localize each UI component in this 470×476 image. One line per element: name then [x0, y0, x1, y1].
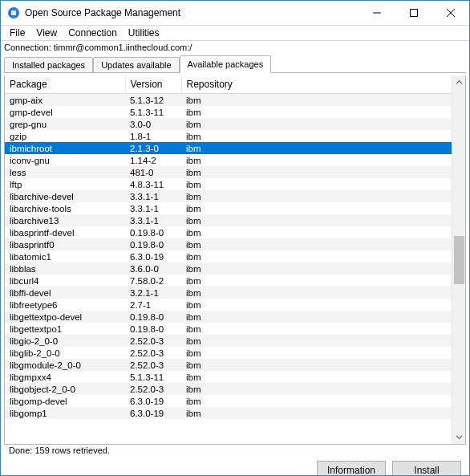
- cell-package: libgmpxx4: [5, 371, 125, 383]
- table-row[interactable]: libgmodule-2_0-02.52.0-3ibm: [5, 359, 452, 371]
- table-row[interactable]: gzip1.8-1ibm: [5, 130, 452, 142]
- cell-repository: ibm: [181, 154, 452, 166]
- cell-package: libatomic1: [5, 250, 125, 262]
- cell-repository: ibm: [181, 202, 452, 214]
- table-row[interactable]: iconv-gnu1.14-2ibm: [5, 154, 452, 166]
- cell-package: lftp: [5, 178, 125, 190]
- table-row[interactable]: libasprintf00.19.8-0ibm: [5, 238, 452, 250]
- tab-installed-packages[interactable]: Installed packages: [4, 57, 93, 73]
- column-package[interactable]: Package: [5, 75, 125, 94]
- table-row[interactable]: lftp4.8.3-11ibm: [5, 178, 452, 190]
- cell-repository: ibm: [181, 347, 452, 359]
- scroll-thumb[interactable]: [454, 236, 464, 284]
- cell-version: 3.6.0-0: [125, 262, 181, 275]
- cell-version: 6.3.0-19: [125, 250, 181, 262]
- cell-version: 3.2.1-1: [125, 287, 181, 299]
- cell-package: libarchive-tools: [5, 202, 125, 214]
- information-button[interactable]: Information: [317, 461, 386, 476]
- package-table-container: Package Version Repository gmp-aix5.1.3-…: [4, 75, 466, 445]
- cell-version: 3.0-0: [125, 118, 181, 130]
- svg-rect-1: [11, 10, 16, 15]
- cell-package: gmp-aix: [5, 94, 125, 107]
- cell-package: libffi-devel: [5, 287, 125, 299]
- tab-available-packages[interactable]: Available packages: [180, 55, 272, 73]
- table-row[interactable]: libasprintf-devel0.19.8-0ibm: [5, 226, 452, 238]
- menu-bar: File View Connection Utilities: [1, 25, 469, 41]
- cell-version: 0.19.8-0: [125, 323, 181, 335]
- table-row[interactable]: libblas3.6.0-0ibm: [5, 262, 452, 275]
- cell-package: libasprintf-devel: [5, 226, 125, 238]
- column-version[interactable]: Version: [125, 75, 181, 94]
- table-row[interactable]: libgomp-devel6.3.0-19ibm: [5, 395, 452, 407]
- scroll-down-icon[interactable]: [452, 430, 466, 444]
- cell-version: 2.52.0-3: [125, 359, 181, 371]
- table-row[interactable]: libffi-devel3.2.1-1ibm: [5, 287, 452, 299]
- table-row[interactable]: libcurl47.58.0-2ibm: [5, 275, 452, 287]
- cell-package: grep-gnu: [5, 118, 125, 130]
- table-row[interactable]: libarchive-tools3.3.1-1ibm: [5, 202, 452, 214]
- menu-connection[interactable]: Connection: [63, 26, 123, 39]
- cell-repository: ibm: [181, 238, 452, 250]
- table-row[interactable]: libatomic16.3.0-19ibm: [5, 250, 452, 262]
- cell-package: ibmichroot: [5, 142, 125, 154]
- install-button[interactable]: Install: [392, 461, 461, 476]
- table-row[interactable]: libgettextpo-devel0.19.8-0ibm: [5, 311, 452, 323]
- cell-version: 3.3.1-1: [125, 202, 181, 214]
- connection-label: Connection: timmr@common1.iinthecloud.co…: [1, 41, 469, 54]
- table-row[interactable]: grep-gnu3.0-0ibm: [5, 118, 452, 130]
- menu-file[interactable]: File: [4, 26, 30, 39]
- cell-package: libgettextpo1: [5, 323, 125, 335]
- table-row[interactable]: libfreetype62.7-1ibm: [5, 299, 452, 311]
- table-row[interactable]: gmp-devel5.1.3-11ibm: [5, 106, 452, 118]
- table-row[interactable]: libglib-2_0-02.52.0-3ibm: [5, 347, 452, 359]
- package-table[interactable]: Package Version Repository gmp-aix5.1.3-…: [5, 75, 452, 419]
- table-row[interactable]: libarchive133.3.1-1ibm: [5, 214, 452, 226]
- cell-repository: ibm: [181, 214, 452, 226]
- column-repository[interactable]: Repository: [181, 75, 452, 94]
- cell-package: libgomp-devel: [5, 395, 125, 407]
- table-row[interactable]: less481-0ibm: [5, 166, 452, 178]
- cell-repository: ibm: [181, 275, 452, 287]
- cell-version: 2.52.0-3: [125, 383, 181, 395]
- cell-repository: ibm: [181, 118, 452, 130]
- scroll-up-icon[interactable]: [452, 75, 466, 89]
- cell-version: 3.3.1-1: [125, 190, 181, 202]
- cell-version: 4.8.3-11: [125, 178, 181, 190]
- cell-repository: ibm: [181, 250, 452, 262]
- table-row[interactable]: libarchive-devel3.3.1-1ibm: [5, 190, 452, 202]
- button-bar: Information Install: [1, 456, 469, 476]
- cell-repository: ibm: [181, 262, 452, 275]
- cell-package: libgettextpo-devel: [5, 311, 125, 323]
- table-row[interactable]: libgobject-2_0-02.52.0-3ibm: [5, 383, 452, 395]
- menu-view[interactable]: View: [30, 26, 63, 39]
- cell-package: libfreetype6: [5, 299, 125, 311]
- svg-rect-3: [411, 10, 418, 17]
- table-row[interactable]: gmp-aix5.1.3-12ibm: [5, 94, 452, 107]
- table-row[interactable]: ibmichroot2.1.3-0ibm: [5, 142, 452, 154]
- tab-bar: Installed packages Updates available Ava…: [1, 55, 469, 73]
- cell-version: 3.3.1-1: [125, 214, 181, 226]
- table-row[interactable]: libgio-2_0-02.52.0-3ibm: [5, 335, 452, 347]
- tab-updates-available[interactable]: Updates available: [93, 57, 179, 73]
- maximize-button[interactable]: [395, 1, 432, 25]
- cell-repository: ibm: [181, 407, 452, 419]
- cell-package: libblas: [5, 262, 125, 275]
- menu-utilities[interactable]: Utilities: [123, 26, 165, 39]
- cell-version: 481-0: [125, 166, 181, 178]
- cell-repository: ibm: [181, 106, 452, 118]
- cell-package: iconv-gnu: [5, 154, 125, 166]
- cell-version: 2.52.0-3: [125, 335, 181, 347]
- table-row[interactable]: libgettextpo10.19.8-0ibm: [5, 323, 452, 335]
- cell-package: libglib-2_0-0: [5, 347, 125, 359]
- cell-repository: ibm: [181, 371, 452, 383]
- table-row[interactable]: libgomp16.3.0-19ibm: [5, 407, 452, 419]
- close-button[interactable]: [432, 1, 469, 25]
- minimize-button[interactable]: [359, 1, 395, 25]
- cell-repository: ibm: [181, 94, 452, 107]
- cell-version: 1.14-2: [125, 154, 181, 166]
- vertical-scrollbar[interactable]: [452, 75, 465, 444]
- cell-package: libarchive13: [5, 214, 125, 226]
- cell-version: 0.19.8-0: [125, 226, 181, 238]
- table-row[interactable]: libgmpxx45.1.3-11ibm: [5, 371, 452, 383]
- cell-repository: ibm: [181, 395, 452, 407]
